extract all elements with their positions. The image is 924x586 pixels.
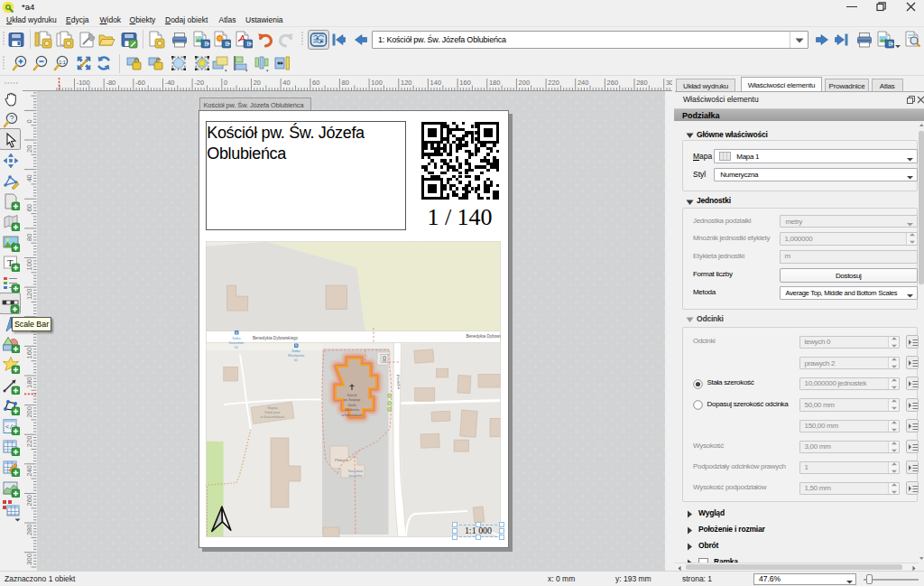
svg-text:-100: -100 xyxy=(77,79,90,87)
svg-text:80: 80 xyxy=(342,79,349,87)
svg-text:w Kościelnikach: w Kościelnikach xyxy=(261,415,285,419)
svg-text:240: 240 xyxy=(25,465,33,477)
svg-text:20: 20 xyxy=(25,145,33,153)
svg-text:140: 140 xyxy=(430,79,442,87)
svg-text:220: 220 xyxy=(548,79,559,87)
svg-text:pw. Świętego: pw. Świętego xyxy=(344,398,361,403)
svg-text:Żabka: Żabka xyxy=(232,336,241,340)
svg-text:Benedykta Dybowskiego: Benedykta Dybowskiego xyxy=(253,336,299,340)
svg-text:Kancelaria: Kancelaria xyxy=(348,470,363,473)
svg-text:Dwór-jeux: Dwór-jeux xyxy=(264,411,280,414)
svg-text:220: 220 xyxy=(25,436,33,448)
svg-text:180: 180 xyxy=(25,377,33,388)
svg-text:01: 01 xyxy=(294,359,298,363)
svg-text:1:1: 1:1 xyxy=(59,60,66,65)
svg-text:Wrocławska: Wrocławska xyxy=(288,355,304,358)
svg-text:40: 40 xyxy=(25,174,33,181)
svg-text:Kościelniki: Kościelniki xyxy=(229,341,244,345)
svg-text:0: 0 xyxy=(25,119,33,123)
svg-text:60: 60 xyxy=(312,79,319,87)
svg-text:280: 280 xyxy=(25,525,33,536)
svg-text:-40: -40 xyxy=(165,79,175,87)
svg-text:200: 200 xyxy=(25,406,33,418)
svg-text:Oblubieńca: Oblubieńca xyxy=(345,409,359,413)
svg-text:Benedykta Dybowskie: Benedykta Dybowskie xyxy=(466,335,500,340)
svg-text:Kościół: Kościół xyxy=(347,394,357,397)
svg-text:240: 240 xyxy=(578,79,589,87)
svg-text:260: 260 xyxy=(25,495,33,507)
svg-text:-60: -60 xyxy=(135,79,145,87)
svg-text:160: 160 xyxy=(459,79,471,87)
svg-text:w Kościelnikach: w Kościelnikach xyxy=(342,414,363,417)
svg-text:300: 300 xyxy=(25,553,33,565)
svg-text:01: 01 xyxy=(235,346,238,349)
svg-text:Stajnia: Stajnia xyxy=(267,406,278,410)
svg-text:Plebania: Plebania xyxy=(335,458,349,462)
svg-text:40: 40 xyxy=(282,79,290,87)
svg-text:-20: -20 xyxy=(194,79,204,87)
svg-text:120: 120 xyxy=(401,79,412,87)
svg-text:100: 100 xyxy=(371,79,383,87)
svg-text:-80: -80 xyxy=(106,79,116,87)
svg-text:160: 160 xyxy=(25,348,33,359)
svg-text:100: 100 xyxy=(25,259,33,271)
svg-text:Józefa: Józefa xyxy=(347,404,356,407)
svg-text:180: 180 xyxy=(489,79,501,87)
svg-text:120: 120 xyxy=(25,289,33,301)
svg-text:300: 300 xyxy=(666,79,672,87)
svg-text:80: 80 xyxy=(25,234,33,241)
svg-text:0: 0 xyxy=(224,79,227,87)
svg-text:20: 20 xyxy=(254,79,261,87)
svg-text:280: 280 xyxy=(636,79,648,87)
svg-text:Żabka: Żabka xyxy=(291,349,300,354)
svg-text:260: 260 xyxy=(607,79,619,87)
svg-text:60: 60 xyxy=(25,204,33,211)
svg-text:200: 200 xyxy=(519,79,531,87)
svg-text:parafialna: parafialna xyxy=(349,474,363,478)
